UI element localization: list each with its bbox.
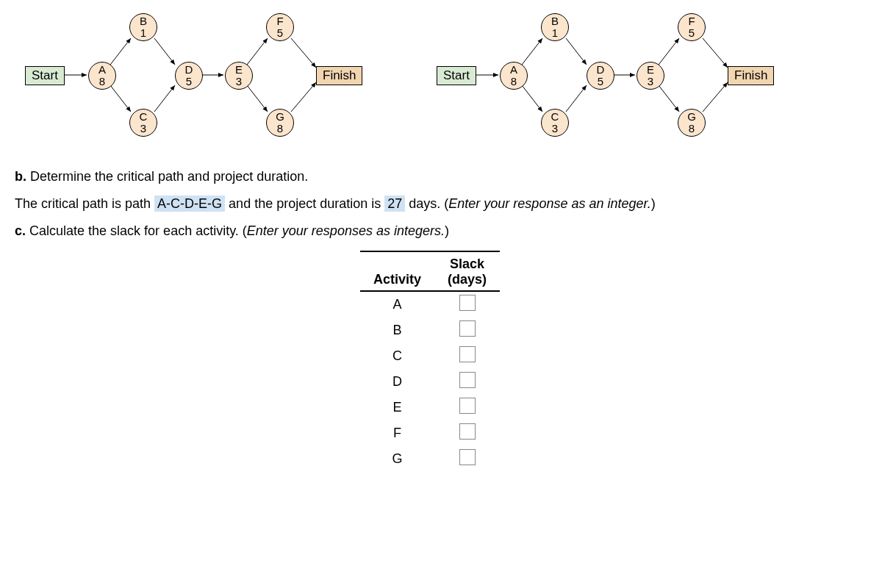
node-A: A 8 [500, 62, 528, 90]
slack-cell [434, 395, 500, 420]
node-B-label: B [140, 15, 147, 27]
node-E: E 3 [225, 62, 253, 90]
activity-cell: E [360, 395, 434, 420]
node-E-value: 3 [648, 76, 653, 87]
b-pre: The critical path is path [15, 196, 154, 211]
node-C-label: C [551, 111, 559, 123]
start-label: Start [32, 68, 58, 82]
slack-rows: ABCDEFG [360, 291, 500, 472]
start-node: Start [25, 66, 65, 85]
node-E-label: E [647, 64, 654, 76]
slack-input-B[interactable] [459, 320, 476, 337]
col-slack-1: Slack [434, 251, 500, 272]
slack-input-F[interactable] [459, 423, 476, 440]
table-row: C [360, 343, 500, 369]
activity-cell: D [360, 369, 434, 395]
node-A-label: A [98, 64, 106, 76]
svg-line-18 [703, 38, 728, 68]
node-C: C 3 [541, 109, 569, 137]
c-close: ) [445, 223, 449, 238]
node-D-value: 5 [186, 76, 192, 87]
col-activity: Activity [360, 251, 434, 291]
activity-cell: F [360, 420, 434, 446]
finish-node: Finish [728, 66, 774, 85]
node-F: F 5 [266, 13, 294, 41]
question-c-text: Calculate the slack for each activity. ( [29, 223, 247, 238]
critical-path-answer[interactable]: A-C-D-E-G [154, 196, 225, 212]
node-A: A 8 [88, 62, 116, 90]
node-D: D 5 [175, 62, 203, 90]
slack-input-D[interactable] [459, 372, 476, 388]
svg-line-17 [659, 85, 679, 112]
node-D-label: D [597, 64, 605, 76]
node-G-value: 8 [689, 123, 695, 135]
start-label: Start [443, 68, 470, 82]
table-row: D [360, 369, 500, 395]
question-c-label: c. [15, 223, 26, 238]
table-row: A [360, 291, 500, 318]
finish-label: Finish [734, 68, 767, 82]
svg-line-8 [291, 38, 316, 68]
node-A-label: A [510, 64, 517, 76]
table-row: B [360, 318, 500, 343]
node-G-label: G [687, 111, 696, 123]
svg-line-14 [566, 85, 587, 112]
project-duration-answer[interactable]: 27 [384, 196, 405, 212]
activity-cell: G [360, 446, 434, 472]
node-G: G 8 [266, 109, 294, 137]
c-hint: Enter your responses as integers. [247, 223, 445, 238]
col-slack-2: (days) [434, 272, 500, 291]
question-c-prompt: c. Calculate the slack for each activity… [15, 223, 867, 239]
question-b-text: Determine the critical path and project … [30, 169, 308, 184]
node-E-value: 3 [236, 76, 242, 87]
slack-cell [434, 446, 500, 472]
node-C-value: 3 [552, 123, 558, 135]
activity-cell: B [360, 318, 434, 343]
slack-cell [434, 369, 500, 395]
svg-line-7 [247, 85, 268, 112]
network-diagrams: Start Finish A 8 B 1 C 3 D 5 E 3 F 5 G 8 [15, 7, 867, 140]
node-F-label: F [276, 15, 283, 27]
node-F-value: 5 [277, 27, 283, 39]
slack-input-G[interactable] [459, 449, 476, 465]
svg-line-12 [522, 85, 542, 112]
node-B-value: 1 [552, 27, 558, 39]
node-G: G 8 [678, 109, 706, 137]
node-E: E 3 [637, 62, 664, 90]
svg-line-19 [703, 82, 728, 112]
slack-input-E[interactable] [459, 398, 476, 414]
svg-line-16 [659, 38, 679, 65]
node-G-value: 8 [277, 123, 283, 135]
node-D: D 5 [587, 62, 614, 90]
network-diagram-right: Start Finish A 8 B 1 C 3 D 5 E 3 F 5 G 8 [426, 7, 779, 140]
slack-cell [434, 343, 500, 369]
table-row: E [360, 395, 500, 420]
svg-line-11 [522, 38, 542, 65]
b-mid: and the project duration is [229, 196, 384, 211]
node-B: B 1 [541, 13, 569, 41]
svg-line-13 [566, 38, 587, 65]
slack-cell [434, 291, 500, 318]
finish-node: Finish [316, 66, 362, 85]
node-D-label: D [185, 64, 193, 76]
finish-label: Finish [323, 68, 356, 82]
svg-line-9 [291, 82, 316, 112]
svg-line-6 [247, 38, 268, 65]
node-B: B 1 [129, 13, 157, 41]
svg-line-4 [154, 85, 175, 112]
question-b-answer: The critical path is path A-C-D-E-G and … [15, 196, 867, 212]
slack-input-C[interactable] [459, 346, 476, 362]
svg-line-2 [110, 85, 131, 112]
b-hint: Enter your response as an integer. [448, 196, 651, 211]
node-D-value: 5 [598, 76, 603, 87]
node-C-value: 3 [140, 123, 146, 135]
start-node: Start [437, 66, 476, 85]
b-post: days. ( [409, 196, 448, 211]
node-B-value: 1 [140, 27, 146, 39]
svg-line-1 [110, 38, 131, 65]
node-F-value: 5 [689, 27, 695, 39]
b-close: ) [651, 196, 656, 211]
slack-table: Activity Slack (days) ABCDEFG [360, 251, 500, 472]
node-E-label: E [235, 64, 243, 76]
slack-input-A[interactable] [459, 295, 476, 311]
